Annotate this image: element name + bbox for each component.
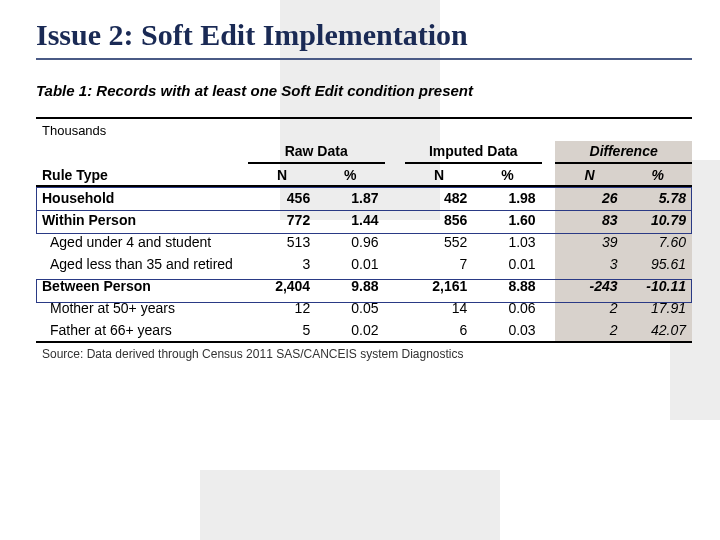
cell-gap2	[542, 253, 556, 275]
cell-imp-n: 7	[405, 253, 473, 275]
cell-imp-n: 14	[405, 297, 473, 319]
table-row: Within Person7721.448561.608310.79	[36, 209, 692, 231]
cell-d-n: -243	[555, 275, 623, 297]
cell-d-n: 2	[555, 319, 623, 342]
data-table: Thousands Raw Data Imputed Data Differen…	[36, 117, 692, 364]
table-row: Mother at 50+ years120.05140.06217.91	[36, 297, 692, 319]
cell-gap	[385, 275, 405, 297]
cell-raw-p: 0.96	[316, 231, 384, 253]
col-group-raw: Raw Data	[248, 141, 385, 163]
col-diff-pct: %	[624, 163, 692, 186]
cell-raw-n: 772	[248, 209, 316, 231]
cell-raw-p: 0.05	[316, 297, 384, 319]
cell-d-p: 42.07	[624, 319, 692, 342]
cell-imp-p: 0.06	[473, 297, 541, 319]
cell-d-n: 2	[555, 297, 623, 319]
cell-imp-p: 1.03	[473, 231, 541, 253]
title-divider	[36, 58, 692, 60]
cell-gap	[385, 253, 405, 275]
cell-raw-p: 0.01	[316, 253, 384, 275]
table-wrapper: Thousands Raw Data Imputed Data Differen…	[36, 117, 692, 364]
table-row: Between Person2,4049.882,1618.88-243-10.…	[36, 275, 692, 297]
cell-imp-p: 1.98	[473, 186, 541, 209]
cell-d-n: 83	[555, 209, 623, 231]
cell-imp-n: 856	[405, 209, 473, 231]
col-raw-n: N	[248, 163, 316, 186]
cell-imp-p: 0.01	[473, 253, 541, 275]
cell-imp-p: 8.88	[473, 275, 541, 297]
cell-gap2	[542, 297, 556, 319]
col-group-imputed: Imputed Data	[405, 141, 542, 163]
table-caption: Table 1: Records with at least one Soft …	[36, 82, 692, 99]
cell-raw-n: 456	[248, 186, 316, 209]
cell-d-p: -10.11	[624, 275, 692, 297]
table-row: Aged under 4 and student5130.965521.0339…	[36, 231, 692, 253]
slide-title: Issue 2: Soft Edit Implementation	[36, 18, 692, 52]
col-raw-pct: %	[316, 163, 384, 186]
cell-imp-p: 0.03	[473, 319, 541, 342]
cell-gap2	[542, 319, 556, 342]
cell-imp-n: 482	[405, 186, 473, 209]
cell-raw-p: 1.87	[316, 186, 384, 209]
cell-raw-n: 3	[248, 253, 316, 275]
header-groups: Raw Data Imputed Data Difference	[36, 141, 692, 163]
table-source: Source: Data derived through Census 2011…	[36, 342, 692, 364]
header-sub: Rule Type N % N % N %	[36, 163, 692, 186]
cell-d-p: 10.79	[624, 209, 692, 231]
cell-raw-p: 0.02	[316, 319, 384, 342]
cell-d-p: 95.61	[624, 253, 692, 275]
cell-raw-n: 5	[248, 319, 316, 342]
cell-d-p: 17.91	[624, 297, 692, 319]
cell-gap	[385, 231, 405, 253]
cell-rule: Mother at 50+ years	[36, 297, 248, 319]
cell-gap	[385, 319, 405, 342]
cell-gap	[385, 209, 405, 231]
table-row: Father at 66+ years50.0260.03242.07	[36, 319, 692, 342]
cell-raw-n: 2,404	[248, 275, 316, 297]
cell-rule: Aged less than 35 and retired	[36, 253, 248, 275]
col-imp-pct: %	[473, 163, 541, 186]
cell-gap2	[542, 186, 556, 209]
cell-rule: Aged under 4 and student	[36, 231, 248, 253]
cell-d-n: 3	[555, 253, 623, 275]
cell-d-p: 5.78	[624, 186, 692, 209]
cell-imp-n: 552	[405, 231, 473, 253]
col-imp-n: N	[405, 163, 473, 186]
col-group-diff: Difference	[555, 141, 692, 163]
cell-gap2	[542, 209, 556, 231]
cell-rule: Household	[36, 186, 248, 209]
table-row: Household4561.874821.98265.78	[36, 186, 692, 209]
cell-rule: Father at 66+ years	[36, 319, 248, 342]
cell-d-n: 39	[555, 231, 623, 253]
cell-raw-p: 9.88	[316, 275, 384, 297]
cell-gap	[385, 297, 405, 319]
cell-gap2	[542, 275, 556, 297]
cell-imp-p: 1.60	[473, 209, 541, 231]
cell-raw-p: 1.44	[316, 209, 384, 231]
cell-rule: Between Person	[36, 275, 248, 297]
cell-rule: Within Person	[36, 209, 248, 231]
cell-d-n: 26	[555, 186, 623, 209]
col-rule-type: Rule Type	[36, 163, 248, 186]
table-row: Aged less than 35 and retired30.0170.013…	[36, 253, 692, 275]
cell-raw-n: 513	[248, 231, 316, 253]
col-diff-n: N	[555, 163, 623, 186]
cell-raw-n: 12	[248, 297, 316, 319]
cell-imp-n: 6	[405, 319, 473, 342]
cell-gap	[385, 186, 405, 209]
cell-gap2	[542, 231, 556, 253]
cell-d-p: 7.60	[624, 231, 692, 253]
cell-imp-n: 2,161	[405, 275, 473, 297]
unit-label: Thousands	[36, 118, 692, 141]
